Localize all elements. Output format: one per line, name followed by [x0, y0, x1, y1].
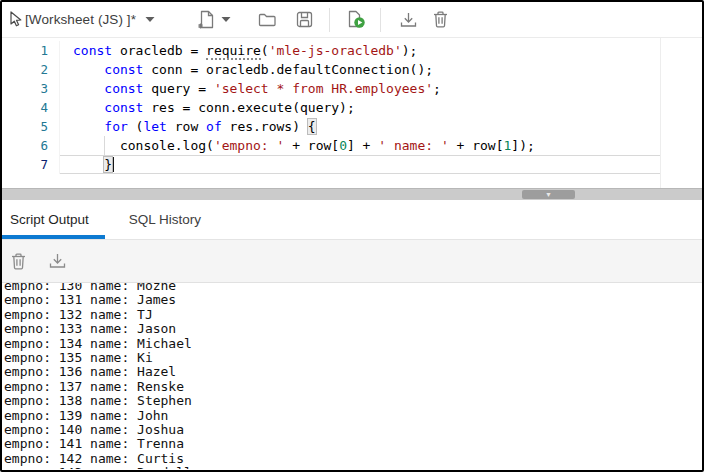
open-folder-icon[interactable] [257, 11, 278, 28]
code-token [73, 157, 104, 172]
code-line[interactable]: 2 const conn = oracledb.defaultConnectio… [2, 60, 660, 79]
cursor-icon [8, 11, 23, 28]
line-number: 5 [2, 117, 60, 136]
tab-sql-history[interactable]: SQL History [119, 200, 211, 239]
code-token: 'empno: ' [214, 138, 284, 153]
code-token: 'mle-js-oracledb' [269, 43, 402, 58]
code-token: ' name: ' [378, 138, 448, 153]
output-toolbar [2, 240, 702, 283]
output-line: empno: 131 name: James [4, 293, 702, 307]
tab-script-output[interactable]: Script Output [2, 200, 105, 239]
code-token: row [167, 119, 206, 134]
new-file-icon[interactable] [197, 9, 216, 30]
output-line: empno: 143 name: Randall [4, 466, 702, 469]
code-token: res = conn.execute(query); [143, 100, 354, 115]
code-token: ); [402, 43, 418, 58]
code-token: res.rows) [222, 119, 308, 134]
code-token: 'select * from HR.employees' [214, 81, 433, 96]
code-token: for [104, 119, 127, 134]
code-editor[interactable]: 1const oracledb = require('mle-js-oracle… [2, 38, 702, 188]
code-token: ; [433, 81, 441, 96]
code-line[interactable]: 5 for (let row of res.rows) { [2, 117, 660, 136]
code-text[interactable]: const conn = oracledb.defaultConnection(… [60, 60, 660, 79]
code-token: 0 [339, 138, 347, 153]
save-icon[interactable] [295, 10, 314, 29]
output-line: empno: 138 name: Stephen [4, 394, 702, 408]
output-line: empno: 142 name: Curtis [4, 452, 702, 466]
code-token: const [73, 43, 112, 58]
output-line: empno: 133 name: Jason [4, 322, 702, 336]
code-line[interactable]: 1const oracledb = require('mle-js-oracle… [2, 41, 660, 60]
code-token: + row[ [284, 138, 339, 153]
line-number: 4 [2, 98, 60, 117]
code-token: const [104, 62, 143, 77]
code-text[interactable]: const query = 'select * from HR.employee… [60, 79, 660, 98]
line-number: 2 [2, 60, 60, 79]
code-text[interactable]: const oracledb = require('mle-js-oracled… [60, 41, 660, 60]
code-token: const [104, 100, 143, 115]
output-line: empno: 137 name: Renske [4, 380, 702, 394]
code-line[interactable]: 3 const query = 'select * from HR.employ… [2, 79, 660, 98]
code-token: console.log( [73, 138, 214, 153]
tab-label: Script Output [10, 212, 89, 227]
trash-icon[interactable] [432, 10, 449, 29]
code-line[interactable]: 4 const res = conn.execute(query); [2, 98, 660, 117]
code-token: query = [143, 81, 213, 96]
code-token: } [104, 157, 112, 172]
run-script-icon[interactable] [346, 9, 367, 30]
script-output-panel[interactable]: empno: 130 name: Mozheempno: 131 name: J… [2, 283, 702, 469]
code-line[interactable]: 7 } [2, 155, 660, 174]
code-token: of [206, 119, 222, 134]
code-token: + row[ [449, 138, 504, 153]
output-line: empno: 134 name: Michael [4, 337, 702, 351]
code-text[interactable]: console.log('empno: ' + row[0] + ' name:… [60, 136, 660, 155]
code-text[interactable]: for (let row of res.rows) { [60, 117, 660, 136]
code-token: const [104, 81, 143, 96]
output-line: empno: 141 name: Trenna [4, 437, 702, 451]
line-number: 7 [2, 155, 60, 174]
worksheet-title[interactable]: [Worksheet (JS) ]* [25, 12, 136, 27]
panel-splitter[interactable]: ▼ [2, 188, 702, 200]
code-line[interactable]: 6 console.log('empno: ' + row[0] + ' nam… [2, 136, 660, 155]
download-icon[interactable] [399, 11, 418, 29]
worksheet-window: [Worksheet (JS) ]* [0, 0, 704, 472]
output-line: empno: 132 name: TJ [4, 308, 702, 322]
output-lines: empno: 130 name: Mozheempno: 131 name: J… [2, 283, 702, 469]
code-token: conn = oracledb.defaultConnection(); [143, 62, 433, 77]
output-line: empno: 135 name: Ki [4, 351, 702, 365]
clear-output-trash-icon[interactable] [10, 252, 27, 271]
code-token [73, 81, 104, 96]
code-token: let [143, 119, 166, 134]
indent-guide [104, 136, 105, 155]
download-output-icon[interactable] [48, 252, 67, 270]
code-token: require [206, 43, 261, 60]
code-token [73, 100, 104, 115]
line-number: 1 [2, 41, 60, 60]
worksheet-caret-down-icon[interactable] [145, 16, 155, 23]
code-token: { [308, 119, 316, 134]
output-line: empno: 136 name: Hazel [4, 365, 702, 379]
toolbar-separator [380, 8, 381, 32]
output-line: empno: 139 name: John [4, 409, 702, 423]
splitter-collapse-icon: ▼ [545, 191, 552, 198]
code-token: oracledb = [112, 43, 206, 58]
text-cursor [112, 157, 114, 172]
worksheet-toolbar: [Worksheet (JS) ]* [2, 2, 702, 38]
code-token: ( [261, 43, 269, 58]
code-text[interactable]: const res = conn.execute(query); [60, 98, 660, 117]
output-tabbar: Script Output SQL History [2, 200, 702, 240]
tab-label: SQL History [129, 212, 201, 227]
code-token [73, 119, 104, 134]
new-file-caret-down-icon[interactable] [221, 16, 231, 23]
splitter-handle[interactable]: ▼ [522, 190, 575, 199]
code-token: ]); [511, 138, 534, 153]
toolbar-separator [329, 8, 330, 32]
line-number: 6 [2, 136, 60, 155]
code-lines: 1const oracledb = require('mle-js-oracle… [2, 41, 702, 174]
output-line: empno: 140 name: Joshua [4, 423, 702, 437]
code-token: ( [128, 119, 144, 134]
code-token [73, 62, 104, 77]
code-token: ] + [347, 138, 378, 153]
line-number: 3 [2, 79, 60, 98]
code-text[interactable]: } [60, 155, 660, 174]
